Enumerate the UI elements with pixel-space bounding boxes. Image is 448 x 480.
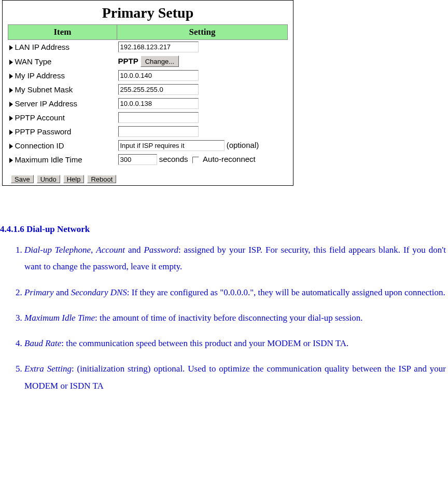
row-mask: My Subnet Mask [8,83,288,97]
label-conn: Connection ID [15,141,64,150]
server-ip-input[interactable] [118,98,199,109]
arrow-icon [9,102,13,107]
desc: : the amount of time of inactivity befor… [95,313,363,323]
undo-button[interactable]: Undo [37,175,60,183]
list-item: Maximum Idle Time: the amount of time of… [24,310,448,326]
pptp-account-input[interactable] [118,112,199,123]
col-item: Item [8,25,117,40]
doc-list: Dial-up Telephone, Account and Password:… [0,242,448,394]
label-mask: My Subnet Mask [15,85,73,94]
col-setting: Setting [117,25,288,40]
help-button[interactable]: Help [63,175,85,183]
auto-reconnect-label: Auto-reconnect [203,155,256,163]
row-acct: PPTP Account [8,111,288,125]
pptp-password-input[interactable] [118,126,199,137]
arrow-icon [9,158,13,163]
label-acct: PPTP Account [15,113,65,122]
row-wan: WAN Type PPTPChange... [8,54,288,68]
term: Account [96,245,125,255]
conn-optional: (optional) [227,141,259,149]
label-pass: PPTP Password [15,127,72,136]
list-item: Dial-up Telephone, Account and Password:… [24,242,448,276]
label-idle: Maximum Idle Time [15,155,82,164]
term: Password [144,245,178,255]
setup-table: Item Setting LAN IP Address WAN Type PPT… [8,24,288,167]
row-lan: LAN IP Address [8,40,288,54]
label-wan: WAN Type [15,57,52,66]
idle-unit: seconds [159,155,188,163]
button-row: Save Undo Help Reboot [8,174,288,183]
arrow-icon [9,60,13,65]
row-pass: PPTP Password [8,125,288,139]
row-myip: My IP Address [8,68,288,83]
reboot-button[interactable]: Reboot [87,175,116,183]
subnet-mask-input[interactable] [118,84,199,95]
panel-title: Primary Setup [8,5,288,21]
idle-time-input[interactable] [118,154,157,165]
arrow-icon [9,116,13,121]
arrow-icon [9,130,13,135]
wan-type-value: PPTP [118,57,138,65]
list-item: Baud Rate: the communication speed betwe… [24,335,448,352]
list-item: Extra Setting: (initialization string) o… [24,361,448,394]
arrow-icon [9,88,13,93]
change-button[interactable]: Change... [141,56,179,67]
label-server: Server IP Address [15,99,78,108]
row-conn: Connection ID (optional) [8,139,288,153]
save-button[interactable]: Save [11,175,34,183]
term: Maximum Idle Time [24,313,95,323]
arrow-icon [9,74,13,79]
desc: : (initialization string) optional. Used… [24,364,446,390]
desc: : If they are configured as "0.0.0.0.", … [127,287,445,297]
primary-setup-panel: Primary Setup Item Setting LAN IP Addres… [2,0,293,186]
row-server: Server IP Address [8,97,288,111]
row-idle: Maximum Idle Time seconds Auto-reconnect [8,153,288,167]
term: Extra Setting [24,364,72,374]
label-lan: LAN IP Address [15,43,70,51]
lan-ip-input[interactable] [118,42,199,52]
desc: : the communication speed between this p… [61,338,348,348]
section-heading: 4.4.1.6 Dial-up Network [0,224,448,235]
auto-reconnect-checkbox[interactable] [192,157,199,163]
label-myip: My IP Address [15,71,65,80]
arrow-icon [9,45,13,50]
list-item: Primary and Secondary DNS: If they are c… [24,284,448,301]
term: Dial-up Telephone [24,245,91,255]
arrow-icon [9,144,13,149]
my-ip-input[interactable] [118,70,199,81]
term: Primary [24,287,54,297]
term: Baud Rate [24,338,61,348]
term: Secondary DNS [71,287,127,297]
connection-id-input[interactable] [118,140,225,151]
